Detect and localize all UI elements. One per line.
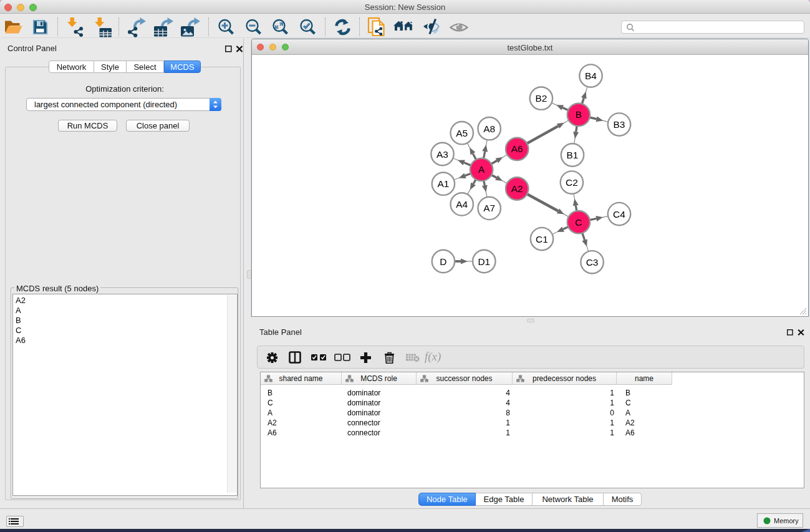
svg-text:B: B — [576, 109, 582, 120]
svg-text:C: C — [575, 217, 582, 228]
svg-text:D: D — [440, 256, 446, 267]
svg-text:A7: A7 — [483, 203, 495, 213]
svg-text:C3: C3 — [586, 257, 599, 268]
svg-text:C4: C4 — [613, 209, 625, 220]
svg-text:A8: A8 — [483, 123, 495, 134]
svg-text:A1: A1 — [437, 178, 449, 189]
svg-text:A5: A5 — [456, 128, 468, 138]
svg-text:C2: C2 — [566, 177, 578, 188]
svg-text:A2: A2 — [511, 183, 523, 194]
svg-text:C1: C1 — [536, 234, 548, 244]
svg-text:A6: A6 — [511, 143, 523, 154]
svg-text:B2: B2 — [535, 93, 547, 104]
svg-text:A: A — [478, 164, 485, 175]
svg-text:B3: B3 — [614, 119, 625, 130]
svg-text:B4: B4 — [585, 70, 597, 81]
svg-text:D1: D1 — [478, 256, 490, 267]
svg-text:A4: A4 — [456, 199, 468, 210]
svg-text:A3: A3 — [436, 149, 448, 160]
svg-text:B1: B1 — [567, 150, 579, 160]
